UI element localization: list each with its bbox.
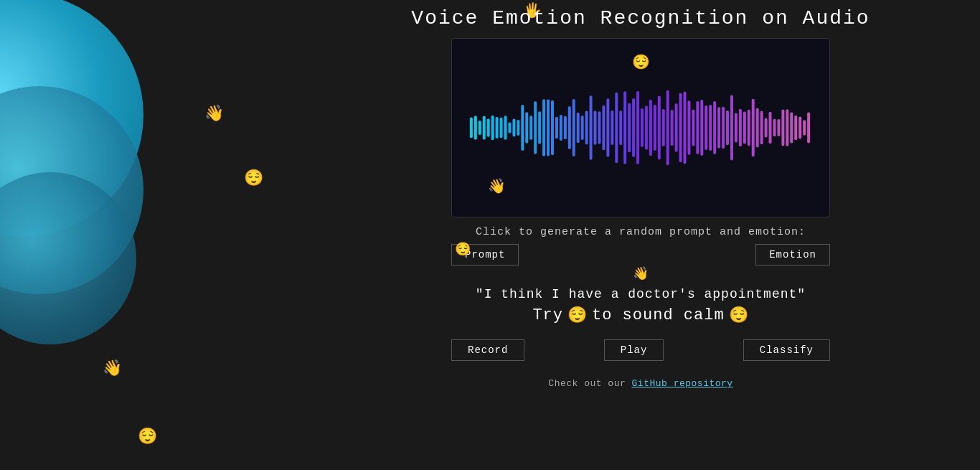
svg-rect-51 <box>687 100 690 155</box>
svg-rect-5 <box>491 116 494 141</box>
svg-rect-36 <box>623 91 626 164</box>
floating-emoji-2: 😌 <box>244 169 263 188</box>
svg-rect-24 <box>573 99 575 156</box>
svg-rect-13 <box>525 112 528 144</box>
waveform-top-emoji: 😌 <box>632 53 650 71</box>
svg-rect-75 <box>790 113 793 144</box>
svg-rect-26 <box>581 116 584 140</box>
svg-rect-70 <box>769 112 772 144</box>
svg-rect-74 <box>786 109 788 146</box>
svg-rect-11 <box>517 120 519 136</box>
classify-button[interactable]: Classify <box>743 339 830 361</box>
svg-rect-3 <box>483 116 486 139</box>
svg-rect-1 <box>474 116 477 139</box>
svg-rect-9 <box>508 122 511 133</box>
svg-rect-57 <box>713 101 716 154</box>
svg-rect-34 <box>615 93 618 163</box>
svg-rect-52 <box>692 110 694 146</box>
svg-rect-21 <box>560 115 562 141</box>
svg-rect-71 <box>773 119 776 136</box>
try-prefix: Try <box>532 306 563 324</box>
planet-circle-3 <box>0 172 136 344</box>
hand-emoji-between: 👋 <box>633 265 649 281</box>
svg-rect-29 <box>594 111 597 145</box>
svg-rect-72 <box>777 119 780 136</box>
svg-rect-39 <box>636 91 639 164</box>
planet-decoration <box>0 0 230 470</box>
svg-rect-76 <box>794 116 797 140</box>
instruction-text: Click to generate a random prompt and em… <box>476 226 806 238</box>
svg-rect-73 <box>781 110 784 146</box>
svg-rect-32 <box>606 98 609 156</box>
svg-rect-27 <box>585 111 588 145</box>
svg-rect-17 <box>542 99 545 156</box>
github-link[interactable]: GitHub repository <box>632 378 733 389</box>
svg-rect-35 <box>619 111 622 145</box>
svg-rect-22 <box>564 116 567 140</box>
svg-rect-43 <box>654 105 656 151</box>
svg-rect-16 <box>538 111 541 144</box>
prompt-emotion-row: 😌 Prompt 👋 Emotion <box>451 244 830 265</box>
main-content: Voice Emotion Recognition on Audio 😌 👋 C… <box>301 0 980 389</box>
svg-rect-56 <box>709 105 712 151</box>
svg-rect-0 <box>470 118 473 138</box>
floating-emoji-6: 😌 <box>138 427 157 446</box>
svg-rect-14 <box>529 116 532 140</box>
svg-rect-28 <box>590 95 593 159</box>
svg-rect-38 <box>632 98 635 157</box>
svg-rect-79 <box>807 113 810 144</box>
svg-rect-60 <box>726 111 729 145</box>
svg-rect-19 <box>551 100 554 156</box>
waveform-display: 😌 👋 <box>451 38 830 217</box>
waveform-hand-emoji: 👋 <box>488 177 506 195</box>
footer-text: Check out our GitHub repository <box>548 378 732 389</box>
footer-prefix: Check out our <box>548 378 631 389</box>
quote-text: "I think I have a doctor's appointment" <box>476 287 806 301</box>
svg-rect-6 <box>496 117 499 138</box>
svg-rect-4 <box>487 118 490 137</box>
svg-rect-33 <box>611 111 613 145</box>
svg-rect-53 <box>696 101 699 154</box>
svg-rect-40 <box>641 108 644 147</box>
svg-rect-49 <box>679 93 682 162</box>
svg-rect-8 <box>504 116 507 140</box>
svg-rect-48 <box>675 103 678 151</box>
svg-rect-64 <box>743 111 746 144</box>
svg-rect-37 <box>628 103 631 153</box>
svg-rect-77 <box>798 117 801 139</box>
svg-rect-69 <box>765 118 768 137</box>
svg-rect-45 <box>662 109 665 146</box>
action-buttons-row: Record Play Classify <box>451 339 830 361</box>
svg-rect-58 <box>717 107 720 148</box>
svg-rect-23 <box>568 106 571 149</box>
svg-rect-20 <box>555 117 558 138</box>
svg-rect-10 <box>512 118 515 136</box>
try-text-row: Try 😌 to sound calm 😌 <box>532 306 748 325</box>
svg-rect-25 <box>577 113 580 144</box>
svg-rect-41 <box>645 105 648 150</box>
svg-rect-2 <box>479 121 481 135</box>
svg-rect-47 <box>671 110 674 146</box>
planet-circle-1 <box>0 0 143 237</box>
try-emoji-2: 😌 <box>729 306 749 325</box>
planet-circle-2 <box>0 86 143 294</box>
record-button[interactable]: Record <box>451 339 524 361</box>
svg-rect-78 <box>803 120 806 135</box>
svg-rect-68 <box>760 111 763 144</box>
svg-rect-12 <box>521 105 524 151</box>
svg-rect-46 <box>666 90 669 166</box>
floating-emoji-1: 👋 <box>204 104 224 123</box>
svg-rect-7 <box>500 118 503 138</box>
svg-rect-42 <box>649 100 652 156</box>
svg-rect-65 <box>748 110 750 146</box>
emotion-button[interactable]: Emotion <box>755 244 830 265</box>
floating-emoji-5: 👋 <box>103 359 122 378</box>
svg-rect-63 <box>739 109 742 147</box>
svg-rect-44 <box>658 95 661 159</box>
svg-rect-30 <box>598 111 600 144</box>
try-emoji-1: 😌 <box>567 306 588 325</box>
play-button[interactable]: Play <box>604 339 664 361</box>
svg-rect-54 <box>700 100 703 156</box>
svg-rect-61 <box>730 95 733 161</box>
svg-rect-66 <box>752 99 755 156</box>
